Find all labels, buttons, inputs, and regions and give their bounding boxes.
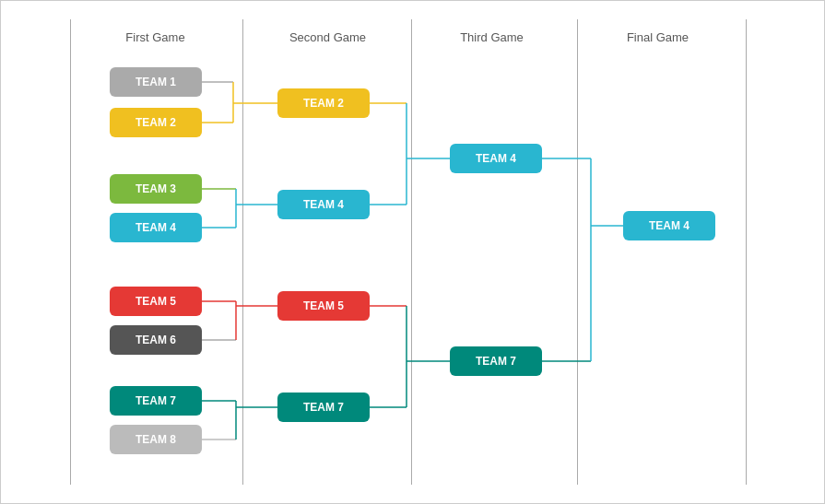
- team-box-team7-r2: TEAM 7: [277, 393, 370, 422]
- team-box-team7-r1: TEAM 7: [110, 386, 202, 416]
- bracket-container: First Game Second Game Third Game Final …: [0, 0, 825, 504]
- team-box-team1: TEAM 1: [110, 67, 202, 97]
- team-box-team4-r2: TEAM 4: [277, 190, 370, 219]
- team-box-team3: TEAM 3: [110, 174, 202, 204]
- team-box-team5-r2: TEAM 5: [277, 291, 370, 321]
- team-box-team8: TEAM 8: [110, 425, 202, 454]
- team-box-team5-r1: TEAM 5: [110, 287, 202, 316]
- team-box-team4-r1: TEAM 4: [110, 213, 202, 242]
- team-box-team7-r3: TEAM 7: [450, 346, 542, 376]
- team-box-team4-final: TEAM 4: [623, 211, 715, 240]
- team-box-team2-r2: TEAM 2: [277, 88, 370, 118]
- team-box-team2-r1: TEAM 2: [110, 108, 202, 137]
- team-box-team6: TEAM 6: [110, 325, 202, 355]
- team-box-team4-r3: TEAM 4: [450, 144, 542, 173]
